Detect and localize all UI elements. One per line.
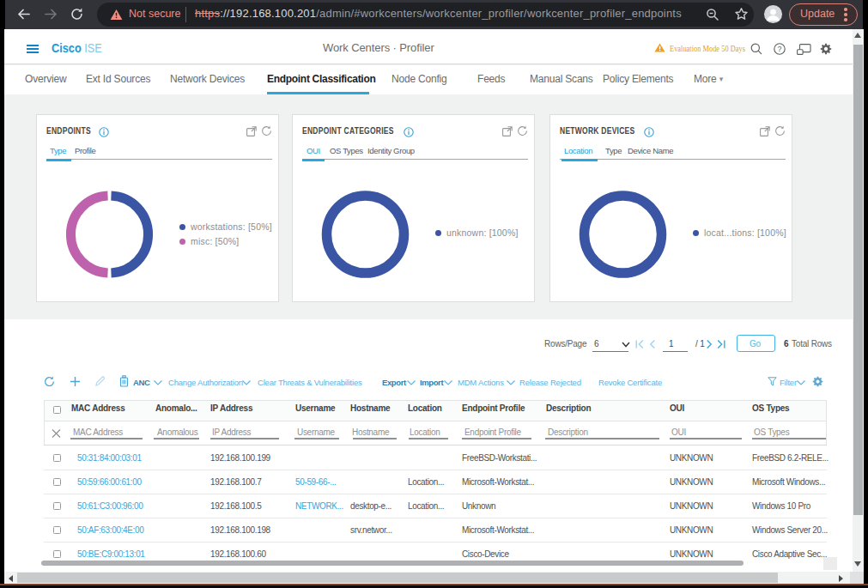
svg-text:?: ?	[777, 45, 781, 53]
